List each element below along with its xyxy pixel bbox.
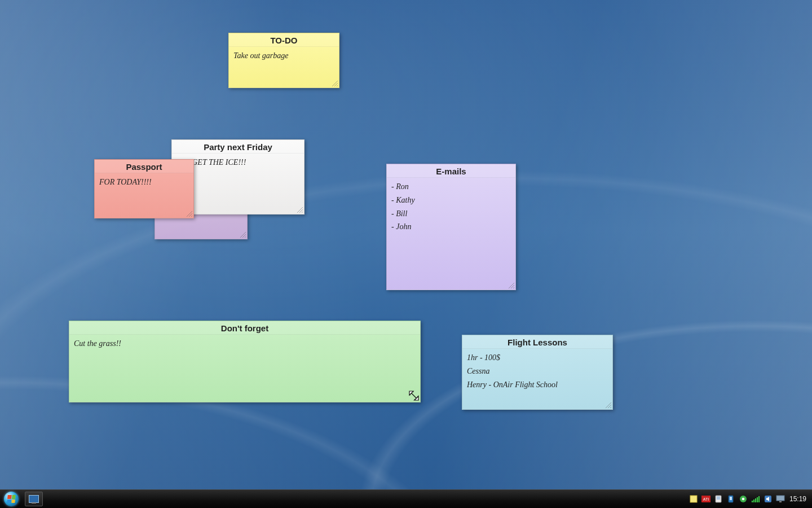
svg-rect-14 — [755, 498, 756, 502]
resize-grip-icon[interactable] — [604, 401, 611, 408]
note-title: TO-DO — [229, 33, 339, 47]
note-title: Flight Lessons — [462, 335, 612, 349]
note-body[interactable]: Cut the grass!! — [69, 335, 420, 355]
note-body[interactable]: Take out garbage — [229, 47, 339, 67]
show-desktop-button[interactable] — [25, 492, 43, 506]
svg-rect-9 — [730, 497, 732, 500]
note-title: Party next Friday — [172, 140, 304, 154]
note-title: Don't forget — [69, 321, 420, 335]
svg-rect-6 — [717, 497, 720, 498]
svg-rect-7 — [717, 498, 720, 500]
svg-rect-19 — [779, 501, 782, 502]
tray-ati-icon[interactable]: ATI — [701, 494, 710, 503]
svg-rect-15 — [757, 497, 758, 502]
tray-device-icon[interactable] — [726, 494, 735, 503]
resize-grip-icon[interactable] — [508, 282, 514, 288]
note-body[interactable]: FOR TODAY!!!! — [95, 173, 193, 194]
svg-rect-13 — [753, 500, 754, 502]
note-title: Passport — [95, 160, 193, 173]
desktop[interactable]: TO-DO Take out garbage Party next Friday… — [0, 0, 812, 508]
sticky-note-dontforget[interactable]: Don't forget Cut the grass!! — [69, 321, 421, 402]
tray-action-center-icon[interactable] — [714, 494, 723, 503]
resize-grip-icon[interactable] — [296, 206, 303, 213]
monitor-icon — [29, 495, 39, 503]
note-body[interactable]: - Ron - Kathy - Bill - John — [387, 178, 515, 238]
taskbar: ATI 15:19 — [0, 489, 812, 508]
start-button[interactable] — [0, 490, 23, 508]
svg-point-11 — [742, 498, 745, 501]
resize-grip-icon[interactable] — [331, 80, 338, 86]
taskbar-clock[interactable]: 15:19 — [788, 495, 807, 503]
sticky-note-emails[interactable]: E-mails - Ron - Kathy - Bill - John — [386, 164, 516, 290]
note-title: E-mails — [387, 164, 515, 178]
resize-grip-icon[interactable] — [412, 394, 419, 401]
tray-monitor-icon[interactable] — [776, 494, 785, 503]
svg-rect-16 — [758, 496, 760, 502]
svg-rect-12 — [752, 501, 753, 502]
resize-grip-icon[interactable] — [239, 231, 246, 238]
tray-signal-icon[interactable] — [751, 494, 760, 503]
svg-rect-18 — [776, 496, 784, 501]
sticky-note-flight[interactable]: Flight Lessons 1hr - 100$ Cessna Henry -… — [462, 335, 613, 410]
svg-rect-2 — [690, 496, 697, 502]
note-body[interactable]: 1hr - 100$ Cessna Henry - OnAir Flight S… — [462, 349, 612, 396]
tray-volume-icon[interactable] — [764, 494, 773, 503]
tray-note-app-icon[interactable] — [689, 494, 698, 503]
sticky-note-passport[interactable]: Passport FOR TODAY!!!! — [94, 159, 194, 218]
tray-green-status-icon[interactable] — [739, 494, 748, 503]
system-tray: ATI 15:19 — [685, 490, 812, 508]
sticky-note-todo[interactable]: TO-DO Take out garbage — [228, 33, 339, 88]
resize-grip-icon[interactable] — [186, 210, 192, 217]
svg-text:ATI: ATI — [703, 497, 709, 501]
